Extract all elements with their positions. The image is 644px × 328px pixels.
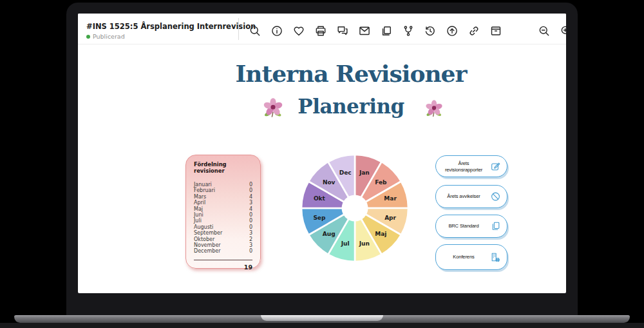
month-label: Juli [194,218,202,224]
toolbar-divider [238,18,239,40]
month-label: November [194,242,221,248]
workflow-icon[interactable] [402,24,415,37]
wheel-month-label: Maj [375,231,386,237]
laptop-bezel: #INS 1525:5 Årsplanering Internrevision … [66,3,578,316]
action-button-label: Årets revisionsrapporter [439,160,488,173]
mail-icon[interactable] [358,24,371,37]
month-label: Oktober [194,236,214,242]
distribution-row: Mars4 [194,194,252,200]
month-label: Maj [194,206,203,212]
link-icon[interactable] [468,24,480,37]
wheel-month-label: Nov [323,179,336,186]
distribution-row: Juli0 [194,218,252,224]
distribution-total: 19 [194,260,252,271]
status-dot-icon [86,35,90,39]
month-value: 0 [249,248,252,254]
blocked-icon [490,191,501,202]
laptop-mockup: #INS 1525:5 Årsplanering Internrevision … [0,0,644,328]
action-button-label: BRC Standard [439,223,488,229]
month-label: Mars [194,194,206,200]
action-button-edit[interactable]: Årets revisionsrapporter [435,155,507,177]
distribution-row: November3 [194,242,252,248]
distribution-row: April3 [194,200,252,206]
search-icon[interactable] [249,24,261,37]
month-label: Januari [194,182,212,188]
wheel-month-label: Okt [314,195,326,202]
month-value: 4 [249,194,252,200]
action-button-documents[interactable]: BRC Standard [435,215,507,238]
wheel-month-label: Feb [375,179,387,186]
laptop-notch [261,315,383,321]
month-value: 0 [249,212,252,218]
upload-icon[interactable] [446,24,459,37]
history-icon[interactable] [424,24,437,37]
page-subtitle: Planering [158,95,544,118]
distribution-row: September3 [194,230,252,236]
favorite-icon[interactable] [292,24,305,37]
action-button-label: Konferens [439,254,488,260]
info-icon[interactable] [270,24,283,37]
toolbar-zoom-group [538,24,566,37]
wheel-month-label: Aug [323,231,336,237]
wheel-month-label: Jun [359,240,370,247]
month-value: 3 [249,230,252,236]
month-value: 3 [249,242,252,248]
zoom-in-icon[interactable] [560,24,566,37]
toolbar [249,24,502,37]
distribution-row: Juni0 [194,212,252,218]
documents-icon [490,221,501,232]
month-label: Augusti [194,224,213,230]
document-title: #INS 1525:5 Årsplanering Internrevision [86,22,256,31]
edit-icon [490,161,501,172]
action-button-blocked[interactable]: Årets avvikelser [435,185,507,208]
flower-icon [424,99,444,119]
zoom-out-icon[interactable] [538,24,551,37]
action-button-label: Årets avvikelser [439,193,488,200]
action-button-conference[interactable]: Konferens [435,244,507,270]
distribution-row: Januari0 [194,182,252,188]
month-label: Juni [194,212,204,218]
distribution-card-title: Fördelning revisioner [194,161,252,174]
status-label: Publicerad [93,33,125,40]
month-value: 3 [249,200,252,206]
laptop-base-bottom [0,323,644,328]
distribution-rows: Januari0Februari0Mars4April3Maj4Juni0Jul… [194,182,252,255]
document-status: Publicerad [86,33,256,40]
distribution-row: Februari0 [194,188,252,193]
distribution-row: Augusti0 [194,224,252,230]
print-icon[interactable] [314,24,327,37]
distribution-row: Maj4 [194,206,252,212]
month-value: 0 [249,188,252,193]
distribution-row: Oktober2 [194,236,252,242]
wheel-month-label: Jul [341,240,350,247]
document-header: #INS 1525:5 Årsplanering Internrevision … [78,14,566,44]
distribution-card: Fördelning revisioner Januari0Februari0M… [185,155,261,269]
month-label: September [194,230,222,236]
month-value: 2 [249,236,252,242]
month-label: December [194,248,220,254]
month-wheel-chart: JanFebMarAprMajJunJulAugSepOktNovDec [300,153,410,263]
archive-icon[interactable] [489,24,502,37]
month-value: 4 [249,206,252,212]
month-label: April [194,200,205,206]
document-info: #INS 1525:5 Årsplanering Internrevision … [86,22,256,40]
laptop-base [14,315,630,323]
screen: #INS 1525:5 Årsplanering Internrevision … [78,14,566,293]
copy-icon[interactable] [380,24,393,37]
month-value: 0 [249,218,252,224]
month-label: Februari [194,188,215,193]
wheel-month-label: Sep [313,215,326,221]
conference-icon [490,252,501,263]
month-value: 0 [249,182,252,188]
wheel-month-label: Jan [359,169,370,176]
wheel-month-label: Mar [384,195,397,202]
wheel-month-label: Dec [339,169,352,176]
month-value: 0 [249,224,252,230]
comments-icon[interactable] [336,24,349,37]
distribution-row: December0 [194,248,252,254]
wheel-month-label: Apr [384,215,396,221]
page-title: Interna Revisioner [158,60,544,87]
